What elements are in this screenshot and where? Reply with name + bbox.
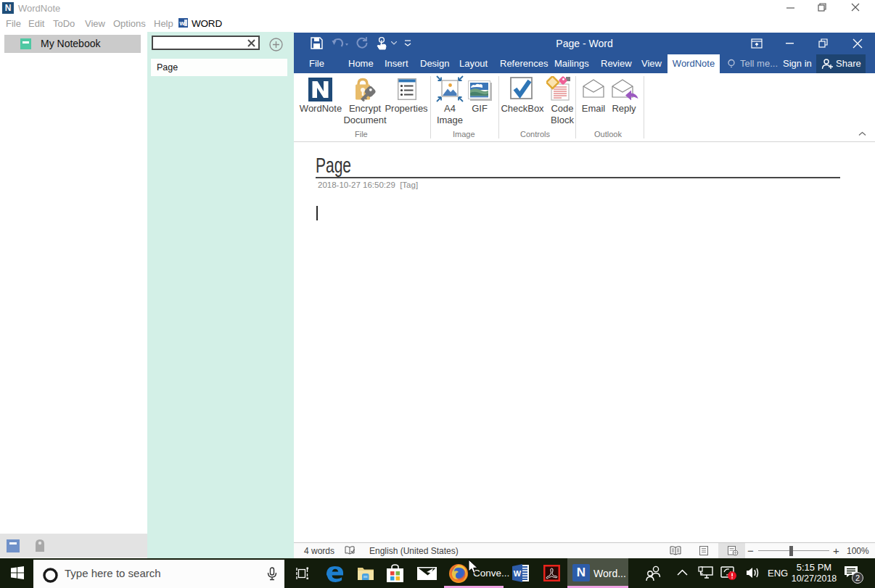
svg-text:W: W [514,569,522,578]
svg-text:w: w [178,20,185,27]
